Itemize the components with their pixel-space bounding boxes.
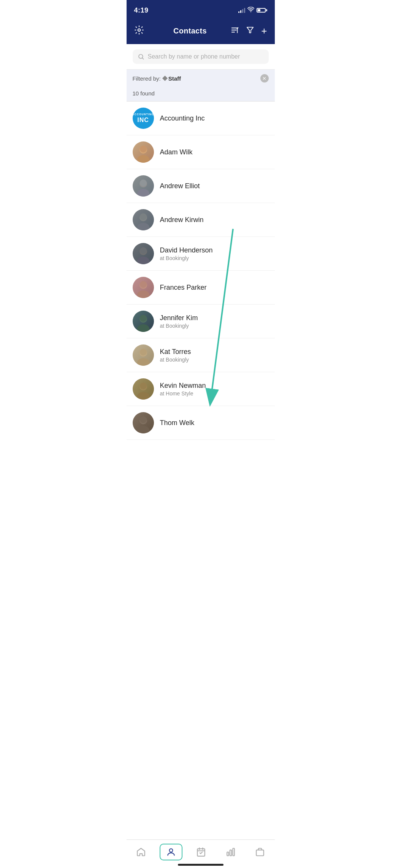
contact-info: Jennifer Kim at Bookingly	[160, 314, 269, 329]
search-input-wrapper[interactable]: Search by name or phone number	[133, 49, 269, 64]
contact-subtitle: at Home Style	[160, 390, 269, 397]
svg-point-37	[140, 416, 147, 423]
svg-line-8	[142, 58, 143, 59]
contact-info: Andrew Elliot	[160, 182, 269, 190]
avatar	[133, 378, 154, 400]
filter-tag-name: Staff	[168, 75, 181, 82]
page-title: Contacts	[173, 27, 207, 35]
contact-info: Andrew Kirwin	[160, 216, 269, 224]
svg-point-16	[140, 179, 147, 186]
contact-info: Accounting Inc	[160, 114, 269, 122]
avatar	[133, 209, 154, 230]
svg-point-30	[137, 358, 149, 366]
settings-button[interactable]	[134, 25, 149, 36]
search-input[interactable]: Search by name or phone number	[148, 53, 240, 60]
contact-name: Kat Torres	[160, 348, 269, 356]
contact-info: Kat Torres at Bookingly	[160, 348, 269, 363]
svg-point-22	[140, 247, 147, 254]
contact-item[interactable]: Andrew Elliot	[127, 169, 275, 203]
tag-diamond-icon	[162, 76, 168, 81]
contact-item[interactable]: David Henderson at Bookingly	[127, 237, 275, 271]
contact-name: Andrew Kirwin	[160, 216, 269, 224]
filtered-by-text: Filtered by:	[133, 75, 161, 82]
filter-button[interactable]	[246, 26, 254, 36]
avatar	[133, 141, 154, 163]
filter-bar: Filtered by: Staff ✕	[127, 70, 275, 87]
search-bar: Search by name or phone number	[127, 44, 275, 70]
contact-list: ACCOUNTING INC Accounting Inc Adam Wilk	[127, 102, 275, 440]
contact-item[interactable]: Kat Torres at Bookingly	[127, 338, 275, 372]
svg-point-18	[137, 223, 149, 230]
count-bar: 10 found	[127, 87, 275, 102]
contact-info: Kevin Newman at Home Style	[160, 382, 269, 397]
nav-bar: Contacts +	[127, 20, 275, 44]
avatar	[133, 311, 154, 332]
status-bar: 4:19	[127, 0, 275, 20]
avatar	[133, 344, 154, 366]
svg-point-25	[140, 281, 147, 288]
svg-point-36	[137, 426, 149, 433]
contact-item[interactable]: Thom Welk	[127, 406, 275, 440]
svg-point-13	[140, 146, 147, 152]
avatar	[133, 175, 154, 197]
contact-item-kevin-newman[interactable]: Kevin Newman at Home Style	[127, 372, 275, 406]
contact-subtitle: at Bookingly	[160, 323, 269, 329]
remove-filter-button[interactable]: ✕	[260, 74, 269, 83]
svg-point-28	[140, 315, 147, 322]
contact-item[interactable]: Frances Parker	[127, 271, 275, 305]
battery-icon	[257, 8, 267, 13]
contact-list-container: ACCOUNTING INC Accounting Inc Adam Wilk	[127, 102, 275, 470]
contact-subtitle: at Bookingly	[160, 357, 269, 363]
svg-point-33	[137, 392, 149, 400]
contact-info: David Henderson at Bookingly	[160, 246, 269, 261]
svg-marker-6	[247, 27, 254, 33]
contact-name: David Henderson	[160, 246, 269, 254]
svg-point-31	[140, 349, 147, 355]
contact-name: Adam Wilk	[160, 148, 269, 156]
contact-name: Accounting Inc	[160, 114, 269, 122]
avatar: ACCOUNTING INC	[133, 108, 154, 129]
add-button[interactable]: +	[261, 26, 267, 36]
svg-point-27	[137, 324, 149, 332]
contact-name: Frances Parker	[160, 284, 269, 292]
nav-actions: +	[231, 26, 267, 36]
contact-info: Frances Parker	[160, 284, 269, 292]
search-icon	[138, 54, 144, 60]
avatar	[133, 412, 154, 433]
svg-point-1	[138, 29, 140, 32]
status-time: 4:19	[134, 6, 149, 14]
signal-icon	[238, 8, 245, 13]
svg-point-21	[137, 257, 149, 264]
svg-point-34	[140, 382, 147, 389]
contact-item[interactable]: ACCOUNTING INC Accounting Inc	[127, 102, 275, 135]
contact-info: Thom Welk	[160, 419, 269, 427]
svg-point-15	[137, 189, 149, 197]
contact-name: Andrew Elliot	[160, 182, 269, 190]
svg-point-12	[137, 155, 149, 163]
contact-item[interactable]: Andrew Kirwin	[127, 203, 275, 237]
sort-button[interactable]	[231, 26, 239, 36]
svg-point-19	[140, 213, 147, 220]
result-count: 10 found	[133, 90, 155, 97]
contact-info: Adam Wilk	[160, 148, 269, 156]
svg-point-24	[137, 290, 149, 298]
status-icons	[238, 8, 267, 13]
contact-name: Jennifer Kim	[160, 314, 269, 322]
filter-tag: Staff	[163, 75, 181, 82]
contact-name: Kevin Newman	[160, 382, 269, 390]
contact-subtitle: at Bookingly	[160, 255, 269, 261]
avatar	[133, 277, 154, 298]
wifi-icon	[247, 7, 254, 13]
filter-label: Filtered by: Staff	[133, 75, 181, 82]
svg-point-0	[250, 11, 251, 12]
contact-name: Thom Welk	[160, 419, 269, 427]
contact-item[interactable]: Adam Wilk	[127, 135, 275, 169]
contact-item[interactable]: Jennifer Kim at Bookingly	[127, 305, 275, 338]
avatar	[133, 243, 154, 264]
